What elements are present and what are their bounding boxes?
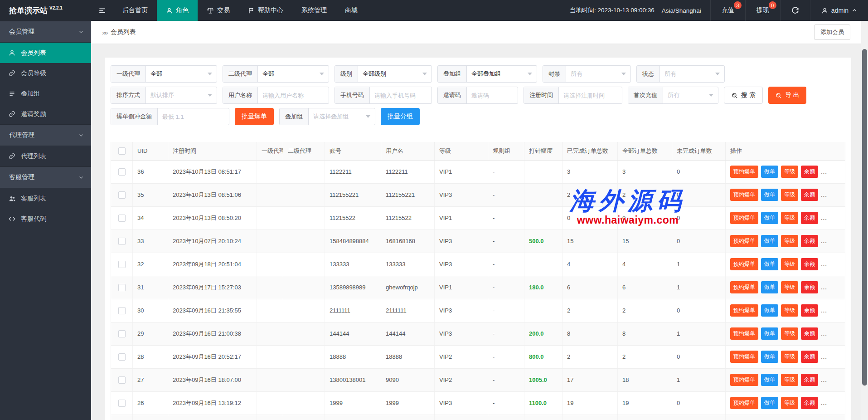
row-action-等级[interactable]: 等级 <box>781 212 798 224</box>
sidebar-item-3[interactable]: 叠加组 <box>0 83 91 104</box>
nav-item-2[interactable]: 交易 <box>198 0 239 21</box>
row-action-余额[interactable]: 余额 <box>801 258 818 270</box>
row-checkbox[interactable] <box>118 284 126 291</box>
nav-item-0[interactable]: 后台首页 <box>113 0 157 21</box>
sidebar-item-9[interactable]: 客服代码 <box>0 209 91 229</box>
row-action-预约爆单[interactable]: 预约爆单 <box>730 304 758 317</box>
nav-item-1[interactable]: 角色 <box>157 0 198 21</box>
row-action-做单[interactable]: 做单 <box>761 304 778 317</box>
row-action-余额[interactable]: 余额 <box>801 304 818 317</box>
filter-button-批量爆单[interactable]: 批量爆单 <box>235 108 274 125</box>
row-action-等级[interactable]: 等级 <box>781 235 798 247</box>
filter-button-导 出[interactable]: 导 出 <box>768 87 806 104</box>
select-value[interactable]: 所有 <box>663 87 709 103</box>
row-action-余额[interactable]: 余额 <box>801 189 818 201</box>
row-action-预约爆单[interactable]: 预约爆单 <box>730 258 758 270</box>
filter-button-搜 索[interactable]: 搜 索 <box>724 87 763 104</box>
row-action-预约爆单[interactable]: 预约爆单 <box>730 166 758 178</box>
select-value[interactable]: 全部级别 <box>358 66 422 82</box>
row-action-预约爆单[interactable]: 预约爆单 <box>730 281 758 293</box>
row-action-等级[interactable]: 等级 <box>781 166 798 178</box>
row-more-button[interactable]: ... <box>821 284 827 291</box>
row-action-预约爆单[interactable]: 预约爆单 <box>730 327 758 340</box>
row-action-做单[interactable]: 做单 <box>761 281 778 293</box>
user-menu[interactable]: admin <box>810 0 868 21</box>
row-more-button[interactable]: ... <box>821 353 827 360</box>
refresh-button[interactable] <box>780 0 810 21</box>
nav-item-3[interactable]: 帮助中心 <box>239 0 292 21</box>
row-action-余额[interactable]: 余额 <box>801 235 818 247</box>
row-action-等级[interactable]: 等级 <box>781 374 798 386</box>
row-action-预约爆单[interactable]: 预约爆单 <box>730 374 758 386</box>
row-action-余额[interactable]: 余额 <box>801 351 818 363</box>
sidebar-toggle-button[interactable] <box>91 0 113 21</box>
row-more-button[interactable]: ... <box>821 400 827 406</box>
row-action-余额[interactable]: 余额 <box>801 397 818 409</box>
row-action-余额[interactable]: 余额 <box>801 212 818 224</box>
filter-input[interactable] <box>370 87 432 103</box>
row-action-等级[interactable]: 等级 <box>781 327 798 340</box>
row-more-button[interactable]: ... <box>821 261 827 268</box>
add-member-button[interactable]: 添加会员 <box>814 24 850 40</box>
row-action-做单[interactable]: 做单 <box>761 166 778 178</box>
sidebar-item-2[interactable]: 会员等级 <box>0 63 91 83</box>
row-action-预约爆单[interactable]: 预约爆单 <box>730 397 758 409</box>
select-value[interactable]: 所有 <box>566 66 621 82</box>
row-more-button[interactable]: ... <box>821 330 827 337</box>
row-action-做单[interactable]: 做单 <box>761 212 778 224</box>
row-action-等级[interactable]: 等级 <box>781 397 798 409</box>
sidebar-item-6[interactable]: 代理列表 <box>0 146 91 166</box>
select-value[interactable]: 默认排序 <box>146 87 208 103</box>
row-action-做单[interactable]: 做单 <box>761 397 778 409</box>
select-all-checkbox[interactable] <box>118 147 126 155</box>
select-value[interactable]: 全部叠加组 <box>467 66 528 82</box>
row-action-等级[interactable]: 等级 <box>781 351 798 363</box>
row-checkbox[interactable] <box>118 307 126 314</box>
row-action-预约爆单[interactable]: 预约爆单 <box>730 235 758 247</box>
row-action-做单[interactable]: 做单 <box>761 374 778 386</box>
row-checkbox[interactable] <box>118 238 126 245</box>
row-action-做单[interactable]: 做单 <box>761 235 778 247</box>
row-more-button[interactable]: ... <box>821 376 827 383</box>
row-action-预约爆单[interactable]: 预约爆单 <box>730 351 758 363</box>
row-checkbox[interactable] <box>118 215 126 222</box>
row-action-做单[interactable]: 做单 <box>761 189 778 201</box>
row-checkbox[interactable] <box>118 400 126 407</box>
filter-input[interactable] <box>467 87 518 103</box>
row-checkbox[interactable] <box>118 376 126 384</box>
sidebar-item-1[interactable]: 会员列表 <box>0 43 91 63</box>
filter-input[interactable] <box>158 108 229 125</box>
select-value[interactable]: 请选择叠加组 <box>309 108 366 125</box>
row-more-button[interactable]: ... <box>821 215 827 221</box>
row-action-做单[interactable]: 做单 <box>761 351 778 363</box>
row-checkbox[interactable] <box>118 261 126 268</box>
nav-item-4[interactable]: 系统管理 <box>292 0 336 21</box>
filter-button-批量分组[interactable]: 批量分组 <box>381 108 420 125</box>
navbar-action-0[interactable]: 充值3 <box>710 0 745 21</box>
row-checkbox[interactable] <box>118 168 126 176</box>
select-value[interactable]: 所有 <box>660 66 715 82</box>
row-more-button[interactable]: ... <box>821 238 827 244</box>
row-action-等级[interactable]: 等级 <box>781 281 798 293</box>
row-action-做单[interactable]: 做单 <box>761 327 778 340</box>
sidebar-item-4[interactable]: 邀请奖励 <box>0 104 91 124</box>
select-value[interactable]: 全部 <box>258 66 320 82</box>
sidebar-item-8[interactable]: 客服列表 <box>0 188 91 209</box>
nav-item-5[interactable]: 商城 <box>336 0 367 21</box>
row-checkbox[interactable] <box>118 191 126 199</box>
sidebar-section-7[interactable]: 客服管理 <box>0 166 91 188</box>
row-action-余额[interactable]: 余额 <box>801 327 818 340</box>
navbar-action-1[interactable]: 提现0 <box>745 0 780 21</box>
row-action-等级[interactable]: 等级 <box>781 304 798 317</box>
row-action-余额[interactable]: 余额 <box>801 166 818 178</box>
row-checkbox[interactable] <box>118 330 126 337</box>
vertical-scrollbar[interactable] <box>861 21 868 420</box>
row-action-做单[interactable]: 做单 <box>761 258 778 270</box>
row-action-等级[interactable]: 等级 <box>781 189 798 201</box>
row-more-button[interactable]: ... <box>821 307 827 314</box>
row-action-等级[interactable]: 等级 <box>781 258 798 270</box>
row-action-预约爆单[interactable]: 预约爆单 <box>730 212 758 224</box>
filter-input[interactable] <box>559 87 622 103</box>
filter-input[interactable] <box>258 87 329 103</box>
row-action-余额[interactable]: 余额 <box>801 374 818 386</box>
